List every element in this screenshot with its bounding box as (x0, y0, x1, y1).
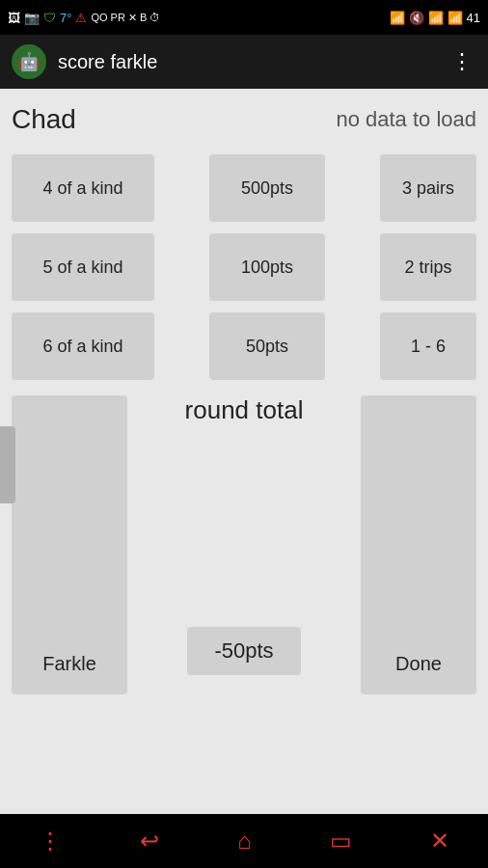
50pts-button[interactable]: 50pts (209, 312, 325, 380)
nav-back-icon[interactable]: ↩ (140, 827, 159, 854)
round-section: Farkle round total -50pts Done (12, 395, 476, 694)
menu-button[interactable]: ⋮ (447, 45, 476, 78)
nav-recents-icon[interactable]: ▭ (330, 827, 352, 854)
status-icons-text: QO PR ✕ B ⏱ (91, 12, 160, 24)
title-bar-left: 🤖 score farkle (12, 44, 157, 79)
status-message: no data to load (336, 107, 476, 132)
title-bar: 🤖 score farkle ⋮ (0, 35, 488, 89)
app-title: score farkle (58, 51, 157, 73)
1-6-button[interactable]: 1 - 6 (380, 312, 476, 380)
nav-menu-icon[interactable]: ⋮ (39, 827, 62, 854)
farkle-button[interactable]: Farkle (12, 395, 127, 694)
signal-icon: 📶 (447, 11, 463, 25)
wifi-icon: 📶 (428, 11, 444, 25)
main-content: Chad no data to load 4 of a kind 500pts … (0, 89, 488, 814)
status-camera2-icon: 📷 (24, 11, 40, 25)
status-bar-right: 📶 🔇 📶 📶 41 (390, 11, 480, 25)
header-row: Chad no data to load (12, 104, 476, 135)
done-button[interactable]: Done (361, 395, 476, 694)
app-icon-symbol: 🤖 (18, 51, 40, 72)
app-icon: 🤖 (12, 44, 46, 79)
row-6-of-a-kind: 6 of a kind 50pts 1 - 6 (12, 312, 476, 380)
nav-close-icon[interactable]: ✕ (430, 827, 449, 854)
status-camera-icon: 🖼 (8, 11, 20, 25)
3-pairs-button[interactable]: 3 pairs (380, 154, 476, 222)
500pts-button[interactable]: 500pts (209, 154, 325, 222)
round-total-label: round total (185, 395, 304, 425)
five-of-a-kind-button[interactable]: 5 of a kind (12, 233, 154, 301)
row-4-of-a-kind: 4 of a kind 500pts 3 pairs (12, 154, 476, 222)
status-bar: 🖼 📷 🛡 7° ⚠ QO PR ✕ B ⏱ 📶 🔇 📶 📶 41 (0, 0, 488, 35)
round-center: round total -50pts (127, 395, 361, 694)
status-bar-left: 🖼 📷 🛡 7° ⚠ QO PR ✕ B ⏱ (8, 11, 160, 25)
score-display[interactable]: -50pts (187, 627, 300, 675)
six-of-a-kind-button[interactable]: 6 of a kind (12, 312, 154, 380)
four-of-a-kind-button[interactable]: 4 of a kind (12, 154, 154, 222)
bottom-nav: ⋮ ↩ ⌂ ▭ ✕ (0, 814, 488, 868)
status-temp: 7° (60, 11, 71, 25)
status-shield-icon: 🛡 (43, 11, 56, 25)
bluetooth-icon: 📶 (390, 11, 405, 25)
battery-text: 41 (467, 11, 480, 25)
2-trips-button[interactable]: 2 trips (380, 233, 476, 301)
sound-icon: 🔇 (409, 11, 424, 25)
100pts-button[interactable]: 100pts (209, 233, 325, 301)
status-warning-icon: ⚠ (75, 11, 87, 25)
spinner-handle[interactable] (0, 426, 15, 503)
row-5-of-a-kind: 5 of a kind 100pts 2 trips (12, 233, 476, 301)
player-name: Chad (12, 104, 76, 135)
nav-home-icon[interactable]: ⌂ (237, 827, 252, 854)
